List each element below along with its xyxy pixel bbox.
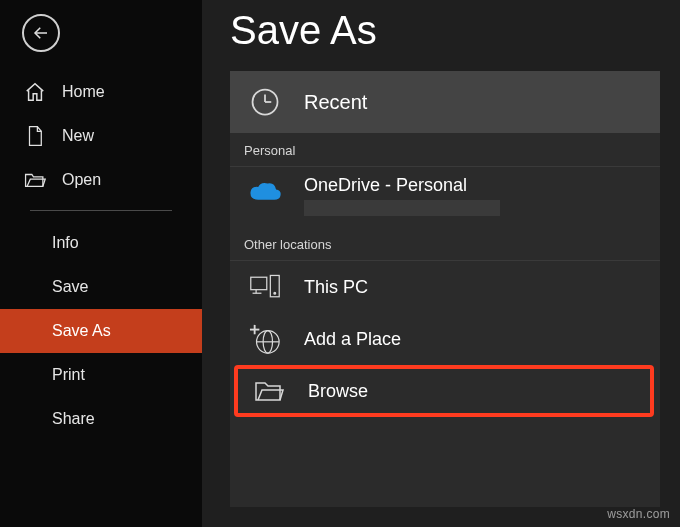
location-add-place[interactable]: Add a Place xyxy=(230,313,660,365)
main-panel: Save As Recent Personal OneDriv xyxy=(202,0,680,527)
nav-print[interactable]: Print xyxy=(0,353,202,397)
nav-home[interactable]: Home xyxy=(0,70,202,114)
nav-save[interactable]: Save xyxy=(0,265,202,309)
svg-point-8 xyxy=(274,292,276,294)
save-as-backstage: Home New Open Info Save S xyxy=(0,0,680,527)
back-button[interactable] xyxy=(22,14,60,52)
nav-label: Print xyxy=(52,366,85,384)
nav-share[interactable]: Share xyxy=(0,397,202,441)
location-label: Recent xyxy=(304,91,367,114)
addplace-icon xyxy=(248,322,282,356)
locations-panel: Recent Personal OneDrive - Personal Othe… xyxy=(230,71,660,507)
location-this-pc[interactable]: This PC xyxy=(230,261,660,313)
location-label: Browse xyxy=(308,381,368,402)
cloud-icon xyxy=(248,175,282,209)
location-browse[interactable]: Browse xyxy=(234,365,654,417)
location-text-block: OneDrive - Personal xyxy=(304,175,500,216)
nav-label: Save xyxy=(52,278,88,296)
nav-label: Info xyxy=(52,234,79,252)
location-label: This PC xyxy=(304,277,368,298)
svg-rect-4 xyxy=(251,277,267,289)
nav-label: New xyxy=(62,127,94,145)
nav-new[interactable]: New xyxy=(0,114,202,158)
nav-label: Home xyxy=(62,83,105,101)
backstage-sidebar: Home New Open Info Save S xyxy=(0,0,202,527)
nav-label: Save As xyxy=(52,322,111,340)
home-icon xyxy=(24,81,46,103)
section-header-personal: Personal xyxy=(230,133,660,167)
watermark-text: wsxdn.com xyxy=(607,507,670,521)
location-label: OneDrive - Personal xyxy=(304,175,500,196)
location-subtext-redacted xyxy=(304,200,500,216)
new-doc-icon xyxy=(24,125,46,147)
nav-save-as[interactable]: Save As xyxy=(0,309,202,353)
recent-clock-icon xyxy=(248,85,282,119)
nav-divider xyxy=(30,210,172,211)
thispc-icon xyxy=(248,270,282,304)
location-recent[interactable]: Recent xyxy=(230,71,660,133)
browse-folder-icon xyxy=(252,374,286,408)
open-folder-icon xyxy=(24,169,46,191)
section-header-other: Other locations xyxy=(230,227,660,261)
location-onedrive[interactable]: OneDrive - Personal xyxy=(230,167,660,227)
nav-label: Open xyxy=(62,171,101,189)
nav-open[interactable]: Open xyxy=(0,158,202,202)
back-arrow-icon xyxy=(30,22,52,44)
page-title: Save As xyxy=(230,8,660,53)
nav-info[interactable]: Info xyxy=(0,221,202,265)
nav-label: Share xyxy=(52,410,95,428)
location-label: Add a Place xyxy=(304,329,401,350)
